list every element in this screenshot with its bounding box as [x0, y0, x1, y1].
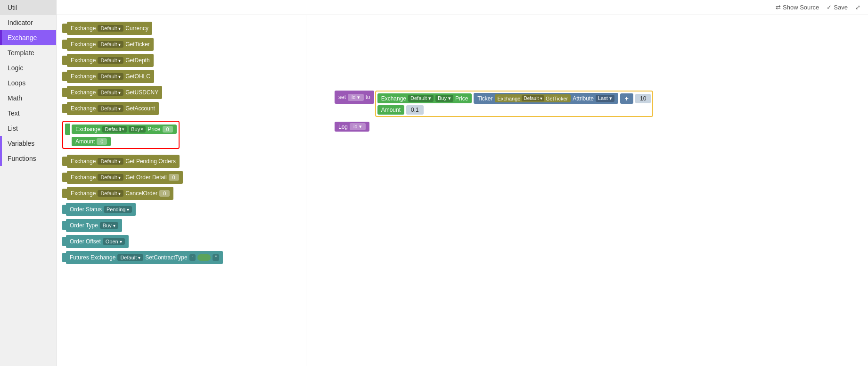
save-button[interactable]: ✓ Save: [827, 4, 848, 11]
buy-type-badge[interactable]: Buy: [100, 222, 118, 229]
futures-default-badge[interactable]: Default: [117, 254, 143, 261]
number-value-10[interactable]: 10: [635, 94, 651, 103]
sidebar-item-variables[interactable]: Variables: [0, 136, 56, 151]
to-label: to: [366, 94, 370, 100]
getohlc-label: GetOHLC: [125, 73, 150, 80]
default-badge[interactable]: Default: [98, 190, 123, 197]
sidebar-item-math[interactable]: Math: [0, 91, 56, 106]
default-badge[interactable]: Default: [98, 158, 123, 165]
pending-orders-label: Get Pending Orders: [125, 158, 176, 165]
block-exchange-buy-highlighted[interactable]: Exchange Default Buy Price 0 Amount 0: [62, 121, 180, 149]
expand-button[interactable]: ⤢: [855, 4, 860, 11]
block-palette: Exchange Default Currency Exchange Defau…: [57, 15, 306, 366]
block-exchange-getticker[interactable]: Exchange Default GetTicker: [62, 38, 300, 51]
last-badge[interactable]: Last ▾: [596, 95, 614, 102]
block-order-offset[interactable]: Order Offset Open: [62, 235, 300, 248]
quote-left: “: [189, 254, 196, 261]
exchange-buy-block: Exchange Default ▾ Buy ▾ Price: [377, 93, 472, 103]
block-exchange-getdepth[interactable]: Exchange Default GetDepth: [62, 54, 300, 67]
block-exchange-getaccount[interactable]: Exchange Default GetAccount: [62, 102, 300, 115]
amount-value-01[interactable]: 0.1: [406, 105, 424, 115]
block-label: Exchange: [71, 105, 96, 112]
log-id-badge[interactable]: id ▾: [350, 123, 366, 130]
show-source-icon: ⇄: [776, 4, 781, 11]
ticker-label: Ticker: [477, 95, 492, 102]
set-variable-block: set id ▾ to: [335, 91, 374, 104]
block-exchange-getohlc[interactable]: Exchange Default GetOHLC: [62, 70, 300, 83]
order-status-label: Order Status: [70, 206, 102, 213]
log-block-row: Log id ▾: [335, 122, 653, 132]
toggle-switch[interactable]: [197, 254, 211, 261]
quote-right: ”: [213, 254, 219, 261]
default-inline-badge[interactable]: Default ▾: [522, 95, 544, 101]
set-contract-type-label: SetContractType: [145, 254, 187, 261]
block-get-pending-orders[interactable]: Exchange Default Get Pending Orders: [62, 155, 300, 168]
getaccount-label: GetAccount: [125, 105, 155, 112]
default-badge[interactable]: Default: [98, 25, 123, 32]
block-label: Exchange: [71, 190, 96, 197]
sidebar: Util Indicator Exchange Template Logic L…: [0, 0, 57, 366]
block-exchange-currency[interactable]: Exchange Default Currency: [62, 22, 300, 35]
sidebar-item-functions[interactable]: Functions: [0, 151, 56, 166]
sidebar-item-logic[interactable]: Logic: [0, 60, 56, 75]
exchange-inline-label: Exchange: [498, 96, 521, 101]
default-badge[interactable]: Default: [98, 174, 123, 181]
cancel-order-val[interactable]: 0: [159, 190, 170, 197]
save-check-icon: ✓: [827, 4, 832, 11]
log-block: Log id ▾: [335, 122, 369, 132]
set-label: set: [338, 94, 346, 100]
buy-block-row1: Exchange Default ▾ Buy ▾ Price Ticker Ex…: [377, 93, 651, 104]
block-cancel-order[interactable]: Exchange Default CancelOrder 0: [62, 187, 300, 200]
pending-badge[interactable]: Pending: [104, 206, 132, 213]
expand-icon: ⤢: [855, 4, 860, 11]
open-badge[interactable]: Open: [103, 238, 125, 245]
block-exchange-getusdcny[interactable]: Exchange Default GetUSDCNY: [62, 86, 300, 99]
sidebar-item-exchange[interactable]: Exchange: [0, 30, 56, 45]
getusdcny-label: GetUSDCNY: [125, 89, 158, 96]
block-futures-exchange[interactable]: Futures Exchange Default SetContractType…: [62, 251, 300, 264]
show-source-button[interactable]: ⇄ Show Source: [776, 4, 819, 11]
block-get-order-detail[interactable]: Exchange Default Get Order Detail 0: [62, 171, 300, 184]
cancel-order-label: CancelOrder: [125, 190, 157, 197]
futures-exchange-label: Futures Exchange: [70, 254, 115, 261]
getticker-label: GetTicker: [125, 41, 150, 48]
order-detail-val[interactable]: 0: [169, 174, 179, 181]
canvas-set-block: set id ▾ to Exchange Default ▾ Buy ▾: [335, 91, 653, 132]
exchange-label: Exchange: [381, 95, 406, 102]
default-badge[interactable]: Default: [98, 73, 123, 80]
default-badge[interactable]: Default: [98, 89, 123, 96]
id-var-badge[interactable]: id ▾: [348, 94, 364, 101]
buy-badge[interactable]: Buy ▾: [435, 95, 453, 102]
attribute-label: Attribute: [573, 95, 594, 102]
buy-block-wrapper: Exchange Default ▾ Buy ▾ Price Ticker Ex…: [375, 91, 654, 117]
sidebar-item-text[interactable]: Text: [0, 106, 56, 121]
block-order-status[interactable]: Order Status Pending: [62, 203, 300, 216]
sidebar-item-list[interactable]: List: [0, 121, 56, 136]
price-value[interactable]: 0: [163, 126, 173, 133]
price-label: Price: [147, 126, 160, 133]
currency-label: Currency: [125, 25, 148, 32]
show-source-label: Show Source: [783, 4, 819, 11]
save-label: Save: [834, 4, 848, 11]
buy-badge[interactable]: Buy: [129, 126, 146, 133]
price-text: Price: [455, 95, 468, 102]
sidebar-item-indicator[interactable]: Indicator: [0, 15, 56, 30]
exchange-default-badge[interactable]: Default ▾: [408, 95, 434, 102]
order-offset-label: Order Offset: [70, 238, 101, 245]
block-label: Exchange: [71, 89, 96, 96]
order-type-label: Order Type: [70, 222, 98, 229]
amount-label: Amount: [75, 138, 95, 145]
block-order-type[interactable]: Order Type Buy: [62, 219, 300, 232]
amount-value[interactable]: 0: [97, 138, 107, 145]
default-badge[interactable]: Default: [98, 57, 123, 64]
content-area: Exchange Default Currency Exchange Defau…: [57, 15, 868, 366]
block-label: Exchange: [71, 174, 96, 181]
sidebar-item-template[interactable]: Template: [0, 45, 56, 60]
default-badge[interactable]: Default: [98, 41, 123, 48]
default-badge[interactable]: Default: [102, 126, 127, 133]
sidebar-item-loops[interactable]: Loops: [0, 75, 56, 91]
topbar: ⇄ Show Source ✓ Save ⤢: [57, 0, 868, 15]
sidebar-item-util[interactable]: Util: [0, 0, 56, 15]
get-order-detail-label: Get Order Detail: [125, 174, 166, 181]
default-badge[interactable]: Default: [98, 105, 123, 112]
